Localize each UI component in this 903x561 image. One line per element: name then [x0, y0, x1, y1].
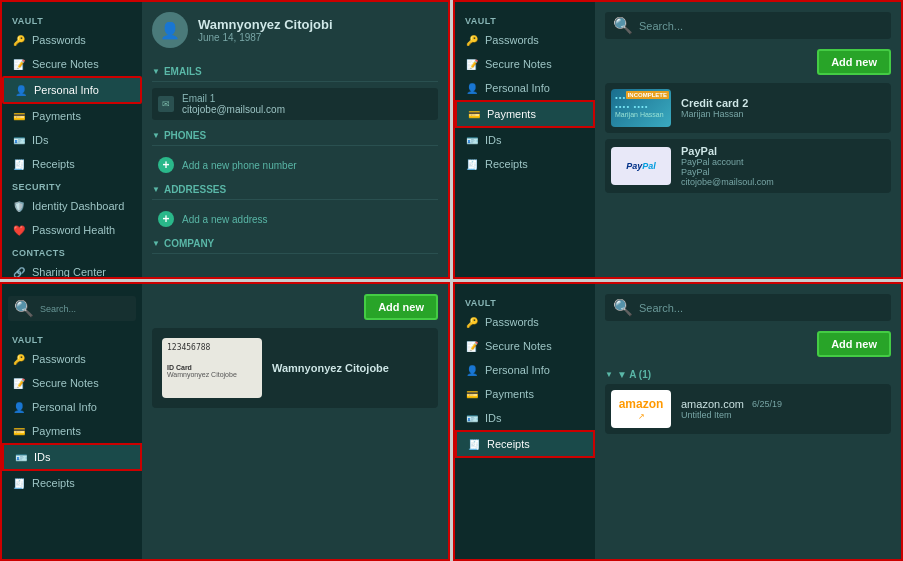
sidebar-label: IDs	[34, 451, 51, 463]
vault-label-br: VAULT	[455, 292, 595, 310]
search-icon-br: 🔍	[613, 298, 633, 317]
sidebar-item-payments-tr[interactable]: 💳 Payments	[455, 100, 595, 128]
sidebar-item-pwhealth-tl[interactable]: ❤️ Password Health	[2, 218, 142, 242]
sidebar-label: Receipts	[485, 158, 528, 170]
sidebar-item-ids-bl[interactable]: 🪪 IDs	[2, 443, 142, 471]
id-icon-bl: 🪪	[14, 450, 28, 464]
sidebar-item-ids-tl[interactable]: 🪪 IDs	[2, 128, 142, 152]
id-card-label: ID Card	[167, 364, 257, 371]
sidebar-item-passwords-tl[interactable]: 🔑 Passwords	[2, 28, 142, 52]
sidebar-label: Secure Notes	[485, 58, 552, 70]
card-owner: Marijan Hassan	[681, 109, 748, 119]
amazon-receipt-item[interactable]: amazon ↗ amazon.com 6/25/19 Untitled Ite…	[605, 384, 891, 434]
incomplete-badge: INCOMPLETE	[626, 91, 669, 99]
receipt-icon-br: 🧾	[467, 437, 481, 451]
search-bar-br[interactable]: 🔍	[605, 294, 891, 321]
add-address-icon: +	[158, 211, 174, 227]
sidebar-label: IDs	[485, 134, 502, 146]
note-icon-br: 📝	[465, 339, 479, 353]
sidebar-item-personalinfo-br[interactable]: 👤 Personal Info	[455, 358, 595, 382]
receipt-icon-tr: 🧾	[465, 157, 479, 171]
paypal-logo: PayPal	[626, 161, 656, 171]
sidebar-item-personalinfo-tr[interactable]: 👤 Personal Info	[455, 76, 595, 100]
id-icon-tr: 🪪	[465, 133, 479, 147]
amazon-text: amazon	[619, 397, 664, 411]
sidebar-label: Receipts	[32, 158, 75, 170]
sidebar-item-personalinfo-bl[interactable]: 👤 Personal Info	[2, 395, 142, 419]
key-icon: 🔑	[12, 33, 26, 47]
person-icon-tr: 👤	[465, 81, 479, 95]
sidebar-item-identity-tl[interactable]: 🛡️ Identity Dashboard	[2, 194, 142, 218]
search-bar-tr[interactable]: 🔍	[605, 12, 891, 39]
note-icon-tr: 📝	[465, 57, 479, 71]
id-card-container[interactable]: 123456788 ID Card Wamnyonyez Citojobe Wa…	[152, 328, 438, 408]
add-new-button-br[interactable]: Add new	[817, 331, 891, 357]
add-phone-icon: +	[158, 157, 174, 173]
sidebar-label: Identity Dashboard	[32, 200, 124, 212]
receipt-details: amazon.com 6/25/19 Untitled Item	[681, 398, 782, 420]
sidebar-item-securenotes-tl[interactable]: 📝 Secure Notes	[2, 52, 142, 76]
group-header-a: ▼ A (1)	[605, 365, 891, 384]
sidebar-label: Secure Notes	[485, 340, 552, 352]
receipt-item-name: Untitled Item	[681, 410, 782, 420]
search-input-tr[interactable]	[639, 20, 883, 32]
sidebar-label: Personal Info	[34, 84, 99, 96]
note-icon-bl: 📝	[12, 376, 26, 390]
sidebar-item-passwords-bl[interactable]: 🔑 Passwords	[2, 347, 142, 371]
person-icon-bl: 👤	[12, 400, 26, 414]
paypal-item[interactable]: PayPal PayPal PayPal account PayPal cito…	[605, 139, 891, 193]
credit-card-item[interactable]: INCOMPLETE •••• •••• •••• •••• Marijan H…	[605, 83, 891, 133]
add-new-button-tr[interactable]: Add new	[817, 49, 891, 75]
sidebar-label: Passwords	[32, 34, 86, 46]
paypal-name: PayPal	[681, 145, 774, 157]
email-item: ✉ Email 1 citojobe@mailsoul.com	[152, 88, 438, 120]
sidebar-label: Secure Notes	[32, 58, 99, 70]
paypal-email: citojobe@mailsoul.com	[681, 177, 774, 187]
payments-content: 🔍 Add new INCOMPLETE •••• •••• •••• ••••…	[595, 2, 901, 277]
contacts-section-title: CONTACTS	[2, 242, 142, 260]
vault-label-bl: VAULT	[2, 329, 142, 347]
search-input-bl[interactable]	[40, 304, 130, 314]
sidebar-item-payments-bl[interactable]: 💳 Payments	[2, 419, 142, 443]
sidebar-item-securenotes-br[interactable]: 📝 Secure Notes	[455, 334, 595, 358]
search-icon-tr: 🔍	[613, 16, 633, 35]
search-input-br[interactable]	[639, 302, 883, 314]
note-icon: 📝	[12, 57, 26, 71]
sidebar-item-payments-tl[interactable]: 💳 Payments	[2, 104, 142, 128]
sidebar-item-passwords-tr[interactable]: 🔑 Passwords	[455, 28, 595, 52]
search-bar-bl[interactable]: 🔍	[8, 296, 136, 321]
sidebar-label: Secure Notes	[32, 377, 99, 389]
paypal-visual: PayPal	[611, 147, 671, 185]
key-icon-bl: 🔑	[12, 352, 26, 366]
sidebar-item-ids-tr[interactable]: 🪪 IDs	[455, 128, 595, 152]
sidebar-label: Personal Info	[485, 364, 550, 376]
add-phone[interactable]: + Add a new phone number	[152, 152, 438, 178]
receipt-icon: 🧾	[12, 157, 26, 171]
vault-section-title: VAULT	[2, 10, 142, 28]
card-icon-tr: 💳	[467, 107, 481, 121]
sidebar-item-receipts-tl[interactable]: 🧾 Receipts	[2, 152, 142, 176]
sidebar-label: Payments	[485, 388, 534, 400]
sidebar-label: Personal Info	[485, 82, 550, 94]
sidebar-item-ids-br[interactable]: 🪪 IDs	[455, 406, 595, 430]
sidebar-item-sharing-tl[interactable]: 🔗 Sharing Center	[2, 260, 142, 277]
sidebar-item-securenotes-bl[interactable]: 📝 Secure Notes	[2, 371, 142, 395]
panel-bottom-right: VAULT 🔑 Passwords 📝 Secure Notes 👤 Perso…	[453, 282, 903, 561]
card-name-small: Marijan Hassan	[615, 111, 667, 118]
sidebar-item-payments-br[interactable]: 💳 Payments	[455, 382, 595, 406]
card-name: Credit card 2	[681, 97, 748, 109]
emails-section: EMAILS	[152, 60, 438, 82]
sidebar-item-personalinfo-tl[interactable]: 👤 Personal Info	[2, 76, 142, 104]
panel-bottom-left: 🔍 VAULT 🔑 Passwords 📝 Secure Notes 👤 Per…	[0, 282, 450, 561]
add-address[interactable]: + Add a new address	[152, 206, 438, 232]
sidebar-item-receipts-br[interactable]: 🧾 Receipts	[455, 430, 595, 458]
sidebar-label: Password Health	[32, 224, 115, 236]
sidebar-bottom-right: VAULT 🔑 Passwords 📝 Secure Notes 👤 Perso…	[455, 284, 595, 559]
sidebar-item-receipts-tr[interactable]: 🧾 Receipts	[455, 152, 595, 176]
sidebar-item-receipts-bl[interactable]: 🧾 Receipts	[2, 471, 142, 495]
add-new-button-bl[interactable]: Add new	[364, 294, 438, 320]
sidebar-item-passwords-br[interactable]: 🔑 Passwords	[455, 310, 595, 334]
receipt-icon-bl: 🧾	[12, 476, 26, 490]
email-icon: ✉	[158, 96, 174, 112]
sidebar-item-securenotes-tr[interactable]: 📝 Secure Notes	[455, 52, 595, 76]
